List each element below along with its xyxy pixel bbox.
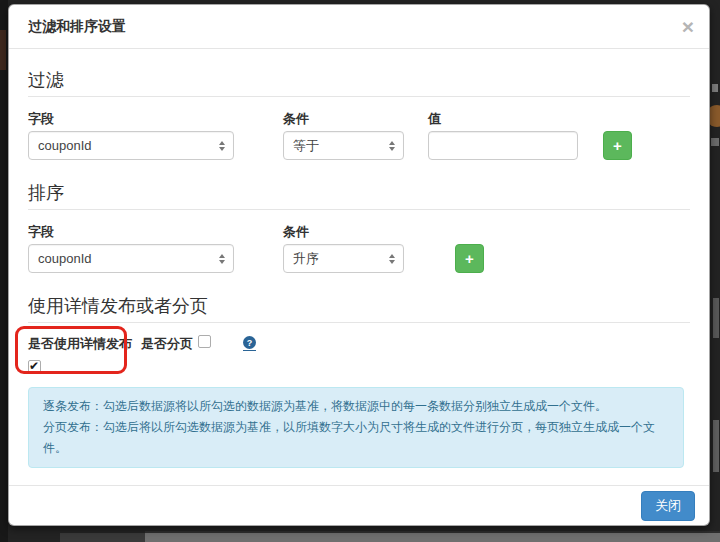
filter-sort-settings-modal: 过滤和排序设置 × 过滤 字段 couponId 条件 等于 值 xyxy=(8,4,710,526)
modal-body: 过滤 字段 couponId 条件 等于 值 + xyxy=(9,49,709,485)
paging-checkbox[interactable] xyxy=(198,335,211,348)
filter-row: 字段 couponId 条件 等于 值 + xyxy=(28,110,690,160)
filter-add-button[interactable]: + xyxy=(603,131,632,160)
filter-field-label: 字段 xyxy=(28,110,234,126)
backdrop-text-fragment xyxy=(712,84,718,92)
filter-condition-select[interactable]: 等于 xyxy=(283,131,404,160)
info-line-1: 逐条发布：勾选后数据源将以所勾选的数据源为基准，将数据源中的每一条数据分别独立生… xyxy=(43,396,669,417)
backdrop-table-fragment xyxy=(145,531,720,542)
backdrop-left-fragment xyxy=(0,0,8,542)
close-icon[interactable]: × xyxy=(682,16,694,37)
modal-header: 过滤和排序设置 × xyxy=(9,5,709,49)
close-button[interactable]: 关闭 xyxy=(641,491,695,521)
plus-icon: + xyxy=(465,251,474,266)
filter-condition-label: 条件 xyxy=(283,110,404,126)
filter-field-selected-value: couponId xyxy=(38,138,92,153)
sort-section-heading: 排序 xyxy=(28,182,690,210)
backdrop-text-fragment xyxy=(713,420,719,472)
help-icon: ? xyxy=(243,336,256,349)
sort-condition-label: 条件 xyxy=(283,223,404,239)
modal-title: 过滤和排序设置 xyxy=(28,18,126,36)
filter-condition-selected-value: 等于 xyxy=(293,137,319,155)
filter-field-select[interactable]: couponId xyxy=(28,131,234,160)
info-line-2: 分页发布：勾选后将以所勾选数据源为基准，以所填数字大小为尺寸将生成的文件进行分页… xyxy=(43,417,669,459)
select-stepper-icon xyxy=(219,254,225,264)
backdrop-text-fragment xyxy=(711,138,719,146)
sort-field-select[interactable]: couponId xyxy=(28,244,234,273)
backdrop-left-accent-fragment xyxy=(0,30,6,70)
sort-field-label: 字段 xyxy=(28,223,234,239)
backdrop-text-fragment xyxy=(713,298,719,338)
detail-publish-group: 是否使用详情发布 xyxy=(28,335,141,373)
modal-footer: 关闭 xyxy=(9,485,709,525)
backdrop-table-fragment xyxy=(60,533,145,542)
sort-row: 字段 couponId 条件 升序 + xyxy=(28,223,690,273)
help-link[interactable]: ? xyxy=(243,336,256,351)
info-alert: 逐条发布：勾选后数据源将以所勾选的数据源为基准，将数据源中的每一条数据分别独立生… xyxy=(28,387,684,468)
select-stepper-icon xyxy=(389,141,395,151)
sort-condition-selected-value: 升序 xyxy=(293,250,319,268)
filter-section-heading: 过滤 xyxy=(28,69,690,97)
plus-icon: + xyxy=(613,138,622,153)
detail-publish-checkbox[interactable] xyxy=(28,360,41,373)
sort-condition-select[interactable]: 升序 xyxy=(283,244,404,273)
paging-group: 是否分页 xyxy=(141,335,211,351)
filter-value-input[interactable] xyxy=(428,131,578,160)
select-stepper-icon xyxy=(389,254,395,264)
filter-value-label: 值 xyxy=(428,110,578,126)
detail-publish-label: 是否使用详情发布 xyxy=(28,335,141,351)
paging-label: 是否分页 xyxy=(141,335,193,351)
sort-field-selected-value: couponId xyxy=(38,251,92,266)
select-stepper-icon xyxy=(219,141,225,151)
publish-section-heading: 使用详情发布或者分页 xyxy=(28,295,690,323)
publish-options-row: 是否使用详情发布 是否分页 ? xyxy=(28,335,690,373)
sort-add-button[interactable]: + xyxy=(455,244,484,273)
